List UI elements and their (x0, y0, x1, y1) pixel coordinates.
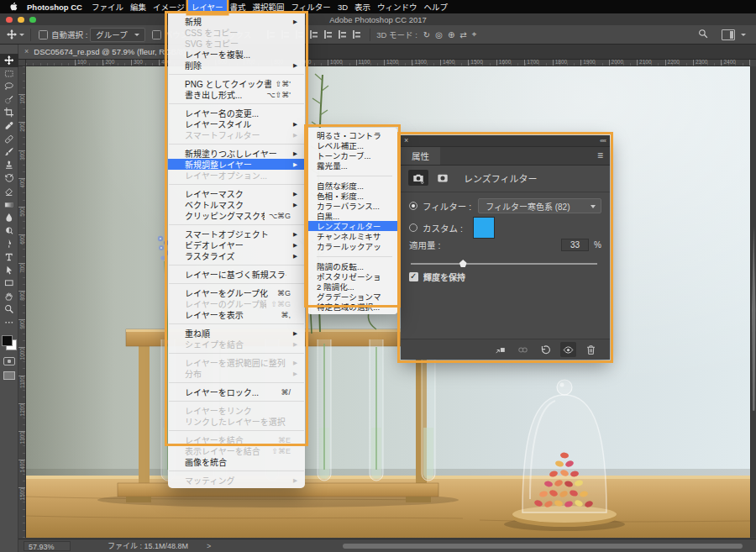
edit-toolbar-button[interactable] (0, 316, 18, 329)
link-icon[interactable] (515, 342, 531, 357)
submenu-item[interactable]: 特定色域の選択... (307, 302, 397, 312)
menu-photoshop-cc[interactable]: Photoshop CC (24, 0, 86, 13)
workspace-switcher[interactable] (722, 29, 746, 40)
layer-menu-item[interactable]: レイヤーをロック... ⌘/ (168, 386, 305, 397)
layer-menu-item[interactable]: レイヤーを表示 ⌘, (168, 309, 305, 320)
shape-tool[interactable] (0, 276, 18, 290)
layer-menu-item[interactable]: 画像を統合 (168, 456, 305, 467)
custom-color-swatch[interactable] (473, 217, 495, 239)
lens-filter-adjustment-icon[interactable] (408, 170, 428, 186)
roll-3d-icon[interactable]: ◎ (435, 30, 443, 39)
layer-menu-item[interactable]: ラスタライズ ▶ (168, 250, 305, 261)
tab-properties[interactable]: 属性 (401, 147, 440, 165)
move-tool[interactable] (0, 54, 18, 67)
move-tool-icon[interactable] (7, 29, 24, 39)
distribute-centers-icon[interactable] (351, 29, 362, 39)
menu-edit[interactable]: 編集 (127, 0, 150, 13)
auto-select-checkbox[interactable] (39, 30, 48, 39)
menu-file[interactable]: ファイル (88, 0, 127, 13)
type-tool[interactable] (0, 250, 18, 264)
menu-window[interactable]: ウィンドウ (374, 0, 421, 13)
layer-menu-item[interactable]: リンクしたレイヤーを選択 (168, 416, 305, 427)
reset-icon[interactable] (538, 342, 554, 357)
hand-tool[interactable] (0, 290, 18, 303)
crop-tool[interactable] (0, 106, 18, 119)
quick-selection-tool[interactable] (0, 93, 18, 107)
horizontal-ruler[interactable]: 1002003004005006007008009001000110012001… (26, 59, 750, 66)
search-icon[interactable] (698, 29, 708, 40)
layer-mask-icon[interactable] (433, 170, 453, 186)
panel-collapse-icon[interactable]: «« (600, 135, 606, 146)
delete-icon[interactable] (583, 342, 599, 357)
zoom-level-field[interactable]: 57.93% (24, 541, 71, 551)
clone-stamp-tool[interactable] (0, 159, 18, 172)
clip-to-layer-icon[interactable] (492, 342, 508, 357)
density-input[interactable]: 33 (561, 239, 589, 251)
submenu-item[interactable]: 露光量... (307, 160, 397, 171)
status-popup-chevron[interactable]: > (207, 542, 211, 550)
horizontal-scrollbar-thumb[interactable] (343, 544, 743, 549)
spot-healing-brush-tool[interactable] (0, 133, 18, 146)
lasso-tool[interactable] (0, 80, 18, 93)
panel-close-icon[interactable]: × (404, 135, 408, 146)
align-vertical-centers-icon[interactable] (323, 29, 333, 39)
color-swatches[interactable] (1, 334, 18, 351)
visibility-icon[interactable] (560, 342, 576, 357)
panel-menu-icon[interactable]: ≡ (597, 150, 603, 161)
menu-filter[interactable]: フィルター (288, 0, 334, 13)
layer-menu-item[interactable]: 分布 ▶ (168, 368, 305, 379)
brush-tool[interactable] (0, 145, 18, 159)
tab-close-icon[interactable]: × (24, 47, 29, 55)
vertical-scrollbar-thumb[interactable] (752, 226, 756, 411)
filter-select[interactable]: フィルター寒色系 (82) (478, 198, 601, 213)
layer-menu-item[interactable]: 書き出し形式... ⌥⇧⌘' (168, 89, 305, 100)
foreground-color-swatch[interactable] (2, 335, 13, 346)
slider-thumb[interactable] (459, 260, 467, 267)
orbit-3d-icon[interactable]: ↻ (423, 30, 430, 39)
layer-menu-item[interactable]: レイヤーオプション... (168, 170, 305, 181)
layer-menu-item[interactable]: シェイプを結合 ▶ (168, 339, 305, 350)
dodge-tool[interactable] (0, 224, 18, 238)
menu-view[interactable]: 表示 (351, 0, 374, 13)
vertical-ruler[interactable]: 1002003004005006007008009001000110012001… (18, 66, 26, 538)
path-selection-tool[interactable] (0, 264, 18, 277)
eraser-tool[interactable] (0, 185, 18, 198)
apple-logo-icon[interactable] (9, 2, 18, 12)
quick-mask-button[interactable] (3, 357, 15, 365)
align-bottom-edges-icon[interactable] (337, 29, 348, 39)
document-tab-bar: × DSC05674_re.psd @ 57.9% (fleur, RGB/8)… (18, 44, 756, 60)
menu-3d[interactable]: 3D (334, 0, 351, 13)
layer-menu-item[interactable]: スマートフィルター ▶ (168, 129, 305, 140)
density-slider[interactable] (411, 260, 597, 268)
layer-menu-item[interactable]: 削除 ▶ (168, 60, 305, 71)
layer-menu-item[interactable]: マッティング ▶ (168, 475, 305, 486)
menu-layer[interactable]: レイヤー (188, 0, 227, 13)
marquee-tool[interactable] (0, 67, 18, 81)
layer-menu-item[interactable]: クリッピングマスクを作成 ⌥⌘G (168, 210, 305, 221)
bounding-box-checkbox[interactable] (152, 30, 161, 39)
photoshop-window: Photoshop CCファイル編集イメージレイヤー書式選択範囲フィルター3D表… (0, 0, 756, 552)
menu-help[interactable]: ヘルプ (421, 0, 452, 13)
blur-tool[interactable] (0, 211, 18, 224)
scale-3d-icon[interactable]: ⌖ (472, 29, 477, 39)
auto-select-dropdown[interactable]: グループ (90, 28, 144, 42)
zoom-tool[interactable] (0, 302, 18, 316)
menu-select[interactable]: 選択範囲 (249, 0, 288, 13)
menu-type[interactable]: 書式 (227, 0, 249, 13)
screen-mode-button[interactable] (3, 371, 15, 380)
menu-image[interactable]: イメージ (150, 0, 188, 13)
align-top-edges-icon[interactable] (308, 29, 319, 39)
drag-3d-icon[interactable]: ⊕ (448, 30, 454, 39)
submenu-item[interactable]: カラールックアップ... (307, 241, 397, 251)
custom-radio[interactable] (409, 223, 417, 232)
pen-tool[interactable] (0, 237, 18, 250)
history-brush-tool[interactable] (0, 171, 18, 185)
vertical-scrollbar[interactable] (750, 66, 756, 538)
filter-radio[interactable] (409, 202, 417, 210)
eyedropper-tool[interactable] (0, 119, 18, 133)
preserve-luminosity-checkbox[interactable] (409, 272, 418, 281)
gradient-tool[interactable] (0, 198, 18, 212)
slide-3d-icon[interactable]: ⇄ (459, 30, 466, 39)
layer-menu-item[interactable]: レイヤーに基づく新規スライス (168, 269, 305, 280)
preserve-luminosity-label: 輝度を保持 (423, 271, 465, 283)
